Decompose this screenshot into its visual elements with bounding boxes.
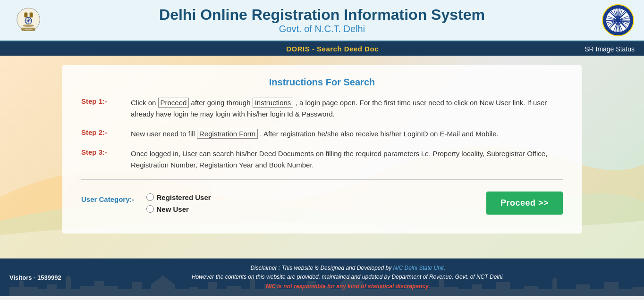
step-3-row: Step 3:- Once logged in, User can search…	[81, 148, 563, 171]
disclaimer-line2: However the contents on this website are…	[61, 273, 635, 282]
step-1-row: Step 1:- Click on Proceed after going th…	[81, 97, 563, 120]
radio-new-input[interactable]	[146, 205, 154, 213]
content-card: Instructions For Search Step 1:- Click o…	[62, 65, 582, 233]
radio-registered-label: Registered User	[157, 193, 211, 201]
emblem-container: सत्यमेव जयते	[9, 5, 47, 36]
step-1-text: Click on Proceed after going through Ins…	[131, 97, 563, 120]
instructions-highlight: Instructions	[253, 98, 294, 108]
radio-new-label: New User	[157, 205, 189, 213]
footer-disclaimer: Disclaimer : This website is Designed an…	[61, 264, 635, 291]
step-2-text: New user need to fill Registration Form …	[131, 128, 499, 140]
site-subtitle: Govt. of N.C.T. Delhi	[47, 24, 597, 34]
india-emblem-icon: सत्यमेव जयते	[13, 5, 44, 36]
site-title: Delhi Online Registration Information Sy…	[47, 6, 597, 24]
user-category-radio-group: Registered User New User	[146, 193, 211, 213]
user-category-left: User Category:- Registered User New User	[81, 193, 211, 213]
step-1-label: Step 1:-	[81, 97, 124, 105]
radio-registered-user[interactable]: Registered User	[146, 193, 211, 201]
nic-link: NIC Delhi State Unit.	[393, 265, 446, 271]
svg-rect-2	[29, 12, 33, 17]
svg-text:सत्यमेव जयते: सत्यमेव जयते	[24, 28, 32, 30]
disclaimer-line1: Disclaimer : This website is Designed an…	[61, 264, 635, 273]
navbar: DORIS - Search Deed Doc SR Image Status	[0, 42, 644, 56]
instructions-title: Instructions For Search	[81, 77, 563, 88]
section-divider	[81, 179, 563, 180]
navbar-active-section: DORIS - Search Deed Doc	[286, 45, 379, 53]
proceed-button[interactable]: Proceed >>	[486, 192, 563, 215]
step-3-label: Step 3:-	[81, 148, 124, 156]
ashoka-wheel-container	[597, 4, 635, 37]
step-2-row: Step 2:- New user need to fill Registrat…	[81, 128, 563, 140]
step-2-label: Step 2:-	[81, 128, 124, 136]
user-category-section: User Category:- Registered User New User…	[81, 187, 563, 219]
radio-registered-input[interactable]	[146, 193, 154, 201]
navbar-sr-image-status[interactable]: SR Image Status	[585, 45, 635, 53]
ashoka-wheel-icon	[602, 4, 635, 37]
user-category-label: User Category:-	[81, 195, 135, 203]
step-3-text: Once logged in, User can search his/her …	[131, 148, 563, 171]
disclaimer-text1: Disclaimer : This website is Designed an…	[250, 265, 393, 271]
page-header: सत्यमेव जयते Delhi Online Registration I…	[0, 0, 644, 42]
svg-point-9	[22, 24, 34, 26]
svg-rect-1	[24, 12, 27, 17]
visitors-count: Visitors - 1539992	[9, 274, 61, 281]
main-content-area: Instructions For Search Step 1:- Click o…	[0, 56, 644, 258]
header-title-block: Delhi Online Registration Information Sy…	[47, 6, 597, 34]
radio-new-user[interactable]: New User	[146, 205, 211, 213]
proceed-highlight: Proceed	[158, 98, 189, 108]
page-footer: Visitors - 1539992 Disclaimer : This web…	[0, 258, 644, 296]
disclaimer-line3: NIC is not responsible for any kind of s…	[61, 282, 635, 291]
registration-form-highlight: Registration Form	[197, 129, 258, 139]
